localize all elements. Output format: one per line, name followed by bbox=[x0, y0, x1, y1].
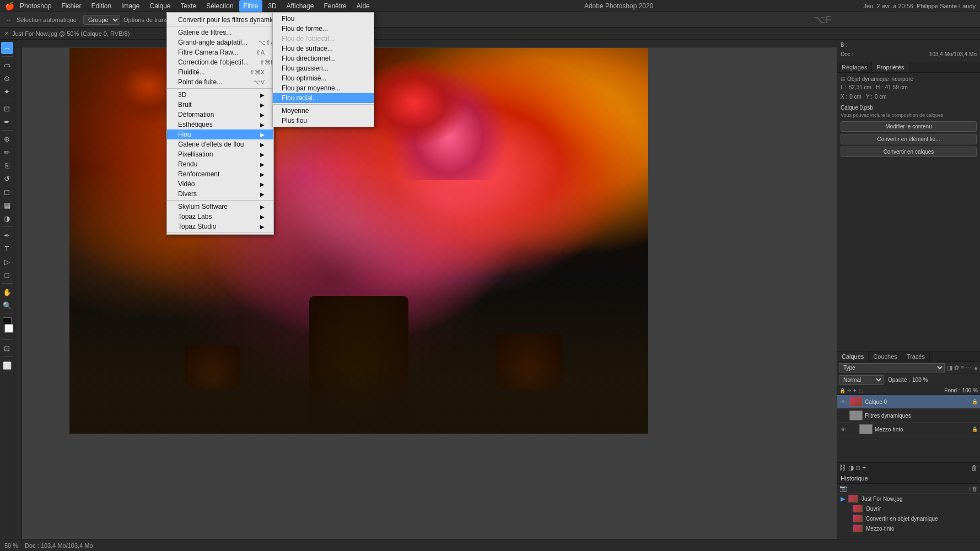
tool-pen[interactable]: ✒ bbox=[1, 229, 13, 241]
menu-calque[interactable]: Calque bbox=[145, 0, 175, 12]
history-snapshot-btn[interactable]: 📷 bbox=[839, 485, 847, 492]
menu-fenetre[interactable]: Fenêtre bbox=[319, 0, 351, 12]
menu-fichier[interactable]: Fichier bbox=[57, 0, 85, 12]
tab-calques[interactable]: Calques bbox=[837, 352, 869, 361]
menu-photoshop[interactable]: Photoshop bbox=[15, 0, 56, 12]
filtre-header-item[interactable]: Convertir pour les filtres dynamiques bbox=[167, 15, 273, 25]
flou-par-moyenne[interactable]: Flou par moyenne... bbox=[273, 83, 374, 93]
filtre-camera-raw[interactable]: Filtre Camera Raw... ⇧A bbox=[167, 47, 273, 57]
tool-heal[interactable]: ⊕ bbox=[1, 133, 13, 145]
menu-selection[interactable]: Sélection bbox=[202, 0, 238, 12]
tool-eyedropper[interactable]: ✒ bbox=[1, 116, 13, 128]
app-title: Adobe Photoshop 2020 bbox=[375, 2, 863, 10]
menu-affichage[interactable]: Affichage bbox=[282, 0, 319, 12]
btn-convert-linked[interactable]: Convertir en élément lié... bbox=[841, 134, 977, 144]
tool-quickmask[interactable]: ⊡ bbox=[1, 342, 13, 354]
filtre-divers[interactable]: Divers bbox=[167, 189, 273, 199]
document-tab[interactable]: Just For Now.jpg @ 50% (Calque 0, RVB/8) bbox=[12, 30, 130, 37]
menu-texte[interactable]: Texte bbox=[176, 0, 201, 12]
tab-proprietes[interactable]: Propriétés bbox=[872, 62, 909, 72]
tool-zoom[interactable]: 🔍 bbox=[1, 299, 13, 311]
tool-dodge[interactable]: ◑ bbox=[1, 212, 13, 224]
filtre-grand-angle[interactable]: Grand-angle adaptatif... ⌥⇧A bbox=[167, 37, 273, 47]
layer-eye-mezzo[interactable]: 👁 bbox=[839, 425, 847, 433]
tool-screen-mode[interactable]: ⬜ bbox=[1, 359, 13, 371]
add-adjustment-btn[interactable]: ◑ bbox=[848, 464, 854, 472]
history-item-open[interactable]: ▶ Just For Now.jpg bbox=[837, 494, 980, 504]
history-delete-btn[interactable]: 🗑 bbox=[972, 485, 978, 492]
tool-shape[interactable]: □ bbox=[1, 269, 13, 281]
tool-eraser[interactable]: ◻ bbox=[1, 186, 13, 198]
layer-item-mezzo[interactable]: 👁 Mezzo-tinto 🔒 bbox=[837, 423, 980, 436]
menu-image[interactable]: Image bbox=[117, 0, 144, 12]
tool-type[interactable]: T bbox=[1, 242, 13, 255]
menu-filtre[interactable]: Filtre bbox=[239, 0, 263, 12]
tool-crop[interactable]: ⊡ bbox=[1, 102, 13, 115]
filtre-skylum[interactable]: Skylum Software bbox=[167, 202, 273, 212]
tool-brush[interactable]: ✏ bbox=[1, 146, 13, 158]
filtre-galerie-flou[interactable]: Galerie d'effets de flou bbox=[167, 139, 273, 149]
tab-reglages[interactable]: Réglages bbox=[837, 62, 872, 72]
flou-de-surface[interactable]: Flou de surface... bbox=[273, 44, 374, 53]
filtre-deformation[interactable]: Déformation bbox=[167, 110, 273, 120]
filtre-topaz-studio[interactable]: Topaz Studio bbox=[167, 222, 273, 231]
filtre-renforcement[interactable]: Renforcement bbox=[167, 169, 273, 179]
btn-modify-content[interactable]: Modifier le contenu bbox=[841, 121, 977, 132]
delete-layer-btn[interactable]: 🗑 bbox=[971, 464, 978, 472]
close-btn[interactable]: ✕ bbox=[4, 30, 9, 36]
filtre-point-fuite[interactable]: Point de fuite... ⌥V bbox=[167, 77, 273, 87]
layers-filter-select[interactable]: Type Nom bbox=[839, 363, 945, 372]
tool-marquee[interactable]: ▭ bbox=[1, 59, 13, 71]
background-color[interactable] bbox=[4, 324, 13, 333]
filtre-flou[interactable]: Flou bbox=[167, 129, 273, 139]
tool-gradient[interactable]: ▦ bbox=[1, 199, 13, 211]
menu-edition[interactable]: Edition bbox=[87, 0, 116, 12]
tool-move[interactable]: ↔ bbox=[1, 42, 13, 54]
tab-traces[interactable]: Tracés bbox=[902, 352, 930, 361]
btn-flatten-layers[interactable]: Convertir en calques bbox=[841, 147, 977, 157]
filtre-galerie[interactable]: Galerie de filtres... bbox=[167, 28, 273, 37]
flou-gaussien[interactable]: Flou gaussien... bbox=[273, 63, 374, 73]
tool-quick-select[interactable]: ✦ bbox=[1, 85, 13, 98]
filtre-video[interactable]: Vidéo bbox=[167, 179, 273, 189]
apple-menu[interactable]: 🍎 bbox=[4, 0, 14, 12]
filtre-esthetiques[interactable]: Esthétiques bbox=[167, 120, 273, 129]
tool-hand[interactable]: ✋ bbox=[1, 286, 13, 298]
flou-plus-flou[interactable]: Plus flou bbox=[273, 116, 374, 126]
filtre-correction-obj[interactable]: Correction de l'objectif... ⇧⌘R bbox=[167, 57, 273, 67]
filtre-fluidite[interactable]: Fluidité... ⇧⌘X bbox=[167, 67, 273, 77]
layer-eye-calque0[interactable]: 👁 bbox=[839, 398, 847, 406]
filtre-3d[interactable]: 3D bbox=[167, 90, 273, 100]
tool-clone[interactable]: ⎘ bbox=[1, 159, 13, 171]
blend-mode-select[interactable]: Normal Produit Superposition bbox=[839, 375, 884, 385]
flou-optimise[interactable]: Flou optimisé... bbox=[273, 73, 374, 83]
tool-history-brush[interactable]: ↺ bbox=[1, 172, 13, 185]
layer-item-calque0[interactable]: 👁 Calque 0 🔒 bbox=[837, 395, 980, 409]
history-item-mezzo[interactable]: Mezzo-tinto bbox=[837, 523, 980, 533]
filtre-bruit[interactable]: Bruit bbox=[167, 100, 273, 110]
filtre-rendu[interactable]: Rendu bbox=[167, 159, 273, 169]
tab-couches[interactable]: Couches bbox=[869, 352, 902, 361]
history-label-3: Mezzo-tinto bbox=[866, 526, 895, 532]
history-item-ouvrir[interactable]: Ouvrir bbox=[837, 504, 980, 514]
flou-moyenne[interactable]: Moyenne bbox=[273, 106, 374, 116]
tool-path-select[interactable]: ▷ bbox=[1, 256, 13, 268]
flou-simple[interactable]: Flou bbox=[273, 14, 374, 24]
menu-3d[interactable]: 3D bbox=[263, 0, 281, 12]
selection-mode-select[interactable]: Groupe Calque bbox=[83, 15, 120, 25]
filtre-pixellisation[interactable]: Pixellisation bbox=[167, 149, 273, 159]
link-layers-btn[interactable]: ⛓ bbox=[839, 464, 846, 472]
history-toolbar: 📷 + 🗑 bbox=[837, 484, 980, 494]
layer-item-filtres[interactable]: Filtres dynamiques bbox=[837, 409, 980, 423]
menu-aide[interactable]: Aide bbox=[352, 0, 374, 12]
filtre-topaz-labs[interactable]: Topaz Labs bbox=[167, 212, 273, 222]
add-layer-btn[interactable]: + bbox=[862, 464, 866, 472]
filter-toggle[interactable]: ● bbox=[974, 365, 978, 371]
username: Philippe Sainte-Laudy bbox=[917, 3, 976, 9]
flou-de-forme[interactable]: Flou de forme... bbox=[273, 24, 374, 34]
flou-radial[interactable]: Flou radial... bbox=[273, 93, 374, 103]
tool-lasso[interactable]: ⊙ bbox=[1, 72, 13, 84]
history-item-convert[interactable]: Convertir en objet dynamique bbox=[837, 514, 980, 523]
flou-directionnel[interactable]: Flou directionnel... bbox=[273, 53, 374, 63]
add-group-btn[interactable]: □ bbox=[856, 464, 860, 472]
